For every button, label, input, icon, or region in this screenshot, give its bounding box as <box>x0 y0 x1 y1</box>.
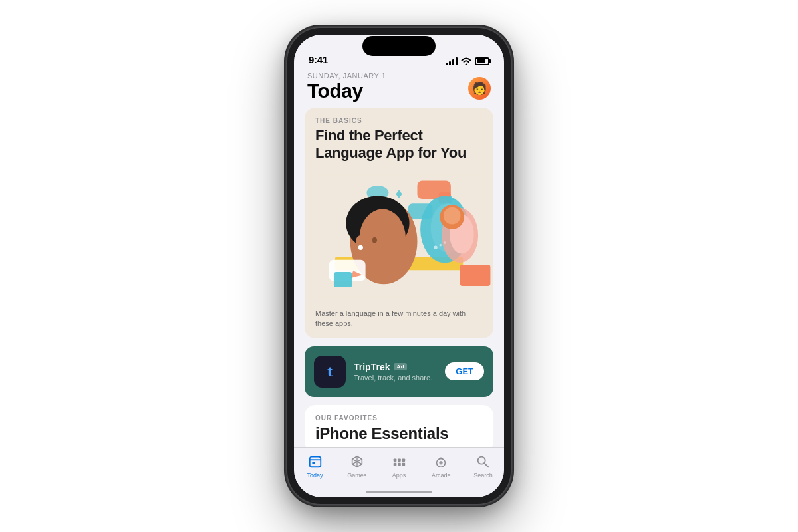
content-area: SUNDAY, JANUARY 1 Today 🧑 THE BASICS Fin… <box>294 69 504 447</box>
tab-search-label: Search <box>473 472 493 479</box>
app-info: TripTrek Ad Travel, track, and share. <box>354 362 437 382</box>
date-label: SUNDAY, JANUARY 1 <box>307 72 386 80</box>
ad-badge: Ad <box>394 363 407 370</box>
svg-rect-30 <box>309 459 321 460</box>
games-icon <box>348 453 366 470</box>
card-title: Find the Perfect Language App for You <box>315 127 483 162</box>
favorites-title: iPhone Essentials <box>315 424 483 443</box>
status-icons <box>446 57 489 65</box>
card-illustration <box>305 169 493 302</box>
svg-rect-22 <box>460 265 491 286</box>
battery-icon <box>475 57 489 65</box>
wifi-icon <box>461 57 471 65</box>
tab-apps[interactable]: Apps <box>378 453 420 479</box>
svg-point-10 <box>359 209 406 267</box>
svg-line-43 <box>485 464 489 467</box>
svg-rect-31 <box>312 462 315 464</box>
svg-rect-33 <box>394 463 397 466</box>
tab-arcade[interactable]: Arcade <box>420 453 462 479</box>
tab-games-label: Games <box>347 472 366 479</box>
svg-point-26 <box>444 241 446 244</box>
tab-search[interactable]: Search <box>462 453 504 479</box>
svg-point-25 <box>439 244 442 247</box>
tab-arcade-label: Arcade <box>432 472 451 479</box>
avatar[interactable]: 🧑 <box>468 77 491 100</box>
svg-rect-29 <box>309 457 321 467</box>
svg-point-21 <box>444 207 461 225</box>
page-title: Today <box>307 81 386 101</box>
svg-point-12 <box>358 245 363 249</box>
favorites-category: OUR FAVORITES <box>315 414 483 422</box>
app-name: TripTrek Ad <box>354 362 437 372</box>
arcade-icon <box>432 453 450 470</box>
search-icon <box>474 453 491 470</box>
favorites-card[interactable]: OUR FAVORITES iPhone Essentials <box>305 405 493 447</box>
screen: 9:41 <box>294 35 504 497</box>
tab-today[interactable]: Today <box>294 453 336 479</box>
tab-games[interactable]: Games <box>336 453 378 479</box>
card-description: Master a language in a few minutes a day… <box>305 302 493 338</box>
svg-rect-36 <box>402 458 406 462</box>
tab-today-label: Today <box>307 472 323 479</box>
phone-shell: 9:41 <box>286 27 512 505</box>
home-indicator <box>366 491 432 493</box>
card-category: THE BASICS <box>315 117 483 124</box>
scene: 9:41 <box>0 0 798 532</box>
svg-rect-32 <box>394 458 397 462</box>
featured-card[interactable]: THE BASICS Find the Perfect Language App… <box>305 108 493 338</box>
app-description: Travel, track, and share. <box>354 374 437 382</box>
status-time: 9:41 <box>309 54 328 65</box>
apps-icon <box>390 453 408 470</box>
svg-point-42 <box>478 457 485 464</box>
svg-rect-37 <box>402 463 406 466</box>
ad-card[interactable]: t TripTrek Ad Travel, track, and share. … <box>305 346 493 397</box>
tab-apps-label: Apps <box>392 472 406 479</box>
svg-rect-23 <box>334 272 352 287</box>
app-icon-triptrek: t <box>314 356 346 388</box>
svg-rect-35 <box>398 463 401 466</box>
svg-point-24 <box>434 245 437 249</box>
tab-bar: Today Games <box>294 447 504 497</box>
svg-rect-34 <box>398 458 401 462</box>
get-button[interactable]: GET <box>445 362 484 380</box>
today-icon <box>307 453 324 470</box>
dynamic-island <box>362 36 436 56</box>
svg-point-13 <box>372 237 377 243</box>
page-header: SUNDAY, JANUARY 1 Today 🧑 <box>294 69 504 108</box>
signal-bars-icon <box>446 57 458 65</box>
